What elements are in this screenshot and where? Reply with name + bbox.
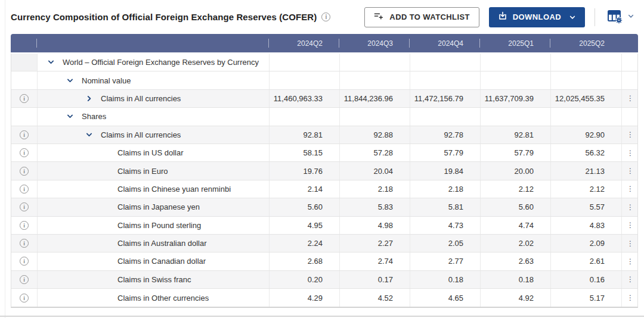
- cell-value: [270, 108, 340, 125]
- cell-value: [551, 108, 622, 125]
- cell-value: 5.17: [551, 289, 622, 307]
- row-actions-cell: ⋮: [622, 252, 638, 270]
- table-row: Shares: [11, 108, 637, 126]
- cell-value: [410, 54, 481, 71]
- kebab-menu-icon[interactable]: ⋮: [627, 276, 634, 283]
- row-actions-cell: ⋮: [622, 289, 638, 307]
- cell-value: 2.63: [481, 252, 551, 270]
- cell-value: 2.77: [410, 252, 481, 270]
- info-icon[interactable]: i: [20, 167, 29, 176]
- kebab-menu-icon[interactable]: ⋮: [627, 185, 634, 192]
- table-row: iClaims in US dollar58.1557.2857.7957.79…: [11, 144, 637, 162]
- row-label-cell: Claims in Australian dollar: [38, 235, 270, 252]
- header-cell-actions-column: [621, 34, 638, 52]
- cell-value: 11,460,963.33: [270, 90, 340, 107]
- kebab-menu-icon[interactable]: ⋮: [627, 149, 634, 157]
- info-icon[interactable]: i: [20, 221, 29, 230]
- header-cell-period: 2025Q1: [480, 34, 550, 52]
- chevron-down-icon[interactable]: [66, 113, 74, 120]
- cell-value: [481, 54, 551, 71]
- info-icon[interactable]: i: [20, 257, 29, 266]
- kebab-menu-icon[interactable]: ⋮: [627, 258, 634, 265]
- cell-value: 56.32: [551, 144, 622, 161]
- table-row: iClaims in All currencies11,460,963.3311…: [11, 90, 637, 108]
- kebab-menu-icon[interactable]: ⋮: [627, 95, 634, 102]
- row-label: Claims in All currencies: [101, 94, 181, 103]
- row-info-cell: [11, 71, 38, 89]
- table-row: iClaims in Chinese yuan renminbi2.142.18…: [11, 180, 637, 198]
- chevron-down-icon[interactable]: [47, 58, 55, 66]
- table-row: iClaims in All currencies92.8192.8892.78…: [11, 126, 637, 144]
- download-button[interactable]: DOWNLOAD: [489, 7, 585, 27]
- add-to-watchlist-label: ADD TO WATCHLIST: [389, 13, 469, 21]
- cell-value: 20.04: [340, 162, 410, 179]
- info-icon[interactable]: i: [20, 275, 29, 284]
- cofer-widget: Currency Composition of Official Foreign…: [0, 0, 644, 318]
- cell-value: 19.84: [410, 162, 481, 179]
- row-label-cell: Nominal value: [38, 71, 270, 89]
- cell-value: 4.83: [551, 217, 622, 234]
- row-actions-cell: [622, 54, 638, 71]
- info-icon[interactable]: i: [20, 130, 29, 139]
- cell-value: [551, 54, 622, 71]
- chevron-down-icon[interactable]: [85, 131, 93, 139]
- row-label-cell: Claims in All currencies: [38, 126, 270, 144]
- chevron-down-icon: [627, 13, 634, 21]
- row-label-cell: World – Official Foreign Exchange Reserv…: [38, 54, 270, 71]
- info-icon[interactable]: i: [20, 185, 29, 194]
- cell-value: 2.18: [410, 180, 481, 198]
- table-row: iClaims in Other currencies4.294.524.654…: [11, 289, 637, 307]
- header-cell-period: 2024Q3: [339, 34, 410, 52]
- cell-value: 92.81: [481, 126, 551, 144]
- kebab-menu-icon[interactable]: ⋮: [627, 294, 634, 301]
- chevron-down-icon[interactable]: [66, 77, 74, 85]
- toolbar-divider: [595, 8, 595, 26]
- cell-value: 12,025,455.35: [551, 90, 622, 107]
- cell-value: 4.52: [340, 289, 410, 307]
- row-actions-cell: ⋮: [622, 126, 638, 144]
- page-title: Currency Composition of Official Foreign…: [11, 12, 317, 22]
- header-cell-period: 2025Q2: [550, 34, 621, 52]
- cell-value: 5.83: [340, 198, 410, 216]
- row-label: Claims in Pound sterling: [117, 221, 201, 230]
- cell-value: [340, 71, 410, 89]
- title-info-icon[interactable]: i: [321, 13, 330, 21]
- row-actions-cell: ⋮: [622, 198, 638, 216]
- toolbar: Currency Composition of Official Foreign…: [0, 0, 644, 34]
- kebab-menu-icon[interactable]: ⋮: [627, 131, 634, 138]
- cofer-table: 2024Q22024Q32024Q42025Q12025Q2 World – O…: [11, 34, 638, 308]
- kebab-menu-icon[interactable]: ⋮: [627, 222, 634, 229]
- cell-value: [481, 71, 551, 89]
- add-to-watchlist-button[interactable]: ADD TO WATCHLIST: [364, 7, 479, 27]
- info-icon[interactable]: i: [20, 148, 29, 157]
- info-icon[interactable]: i: [20, 239, 29, 248]
- kebab-menu-icon[interactable]: ⋮: [627, 240, 634, 247]
- cell-value: 0.18: [410, 271, 481, 288]
- info-icon[interactable]: i: [20, 202, 29, 211]
- table-row: iClaims in Euro19.7620.0419.8420.0021.13…: [11, 162, 637, 180]
- cell-value: [340, 108, 410, 125]
- header-cell-info-column: [11, 34, 37, 52]
- row-label: Claims in Swiss franc: [117, 275, 191, 284]
- chevron-right-icon[interactable]: [85, 95, 93, 102]
- row-label: Claims in All currencies: [101, 130, 181, 139]
- cell-value: 2.24: [270, 235, 340, 252]
- table-settings-button[interactable]: [605, 9, 637, 26]
- row-label-cell: Claims in Swiss franc: [38, 271, 270, 288]
- info-icon[interactable]: i: [20, 294, 29, 303]
- chevron-down-icon: [569, 14, 576, 21]
- table-header: 2024Q22024Q32024Q42025Q12025Q2: [11, 34, 638, 52]
- row-actions-cell: [622, 71, 638, 89]
- kebab-menu-icon[interactable]: ⋮: [627, 204, 634, 211]
- kebab-menu-icon[interactable]: ⋮: [627, 167, 634, 174]
- row-info-cell: i: [11, 217, 38, 234]
- row-info-cell: i: [11, 90, 38, 107]
- cell-value: 4.95: [270, 217, 340, 234]
- row-info-cell: i: [11, 198, 38, 216]
- cell-value: 11,844,236.96: [340, 90, 410, 107]
- table-body: World – Official Foreign Exchange Reserv…: [11, 54, 638, 308]
- cell-value: 92.78: [410, 126, 481, 144]
- info-icon[interactable]: i: [20, 94, 29, 103]
- cell-value: 92.88: [340, 126, 410, 144]
- cell-value: 5.60: [481, 198, 551, 216]
